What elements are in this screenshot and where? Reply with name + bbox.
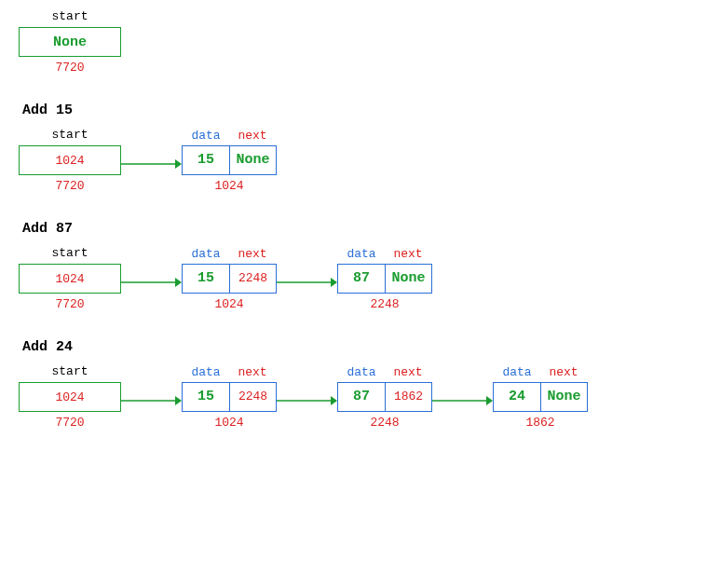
- data-label: data: [183, 129, 229, 143]
- next-label: next: [229, 247, 276, 261]
- start-value: 1024: [55, 272, 84, 286]
- start-pointer: start10247720: [19, 364, 121, 430]
- start-box: 1024: [19, 382, 121, 412]
- pointer-arrow-icon: [121, 275, 182, 290]
- node-next-value: None: [540, 383, 587, 411]
- start-address: 7720: [55, 297, 84, 311]
- start-label: start: [51, 9, 88, 23]
- start-box: None: [19, 27, 121, 57]
- list-node: datanext87None2248: [337, 247, 432, 311]
- node-next-value: None: [229, 146, 276, 174]
- step-heading: Add 15: [22, 103, 702, 118]
- node-box: 152248: [182, 382, 277, 412]
- node-next-value: 2248: [229, 383, 276, 411]
- node-box: 152248: [182, 264, 277, 294]
- list-row: start10247720datanext1522481024datanext8…: [19, 246, 702, 311]
- list-node: datanext15None1024: [182, 129, 277, 193]
- node-box: 871862: [337, 382, 432, 412]
- step-heading: Add 87: [22, 221, 702, 237]
- next-label: next: [385, 365, 431, 379]
- pointer-arrow-icon: [277, 393, 337, 408]
- node-box: 24None: [493, 382, 588, 412]
- node-next-value: 1862: [385, 383, 431, 411]
- list-node: datanext24None1862: [493, 365, 588, 430]
- node-data-value: 87: [338, 265, 385, 293]
- node-address: 2248: [370, 297, 399, 311]
- list-node: datanext1522481024: [182, 365, 277, 430]
- list-row: start10247720datanext15None1024: [19, 128, 702, 193]
- list-node: datanext1522481024: [182, 247, 277, 311]
- node-address: 2248: [370, 416, 399, 430]
- start-box: 1024: [19, 264, 121, 294]
- next-label: next: [229, 365, 276, 379]
- linked-list-step: Add 87start10247720datanext1522481024dat…: [19, 221, 702, 311]
- start-address: 7720: [55, 179, 84, 193]
- pointer-arrow-icon: [277, 275, 337, 290]
- node-address: 1024: [214, 416, 243, 430]
- start-address: 7720: [55, 61, 84, 75]
- node-next-value: None: [385, 265, 431, 293]
- svg-marker-11: [486, 396, 493, 405]
- start-pointer: start10247720: [19, 128, 121, 193]
- list-row: startNone7720: [19, 9, 702, 75]
- start-label: start: [51, 128, 88, 142]
- node-data-value: 24: [494, 383, 540, 411]
- linked-list-step: Add 24start10247720datanext1522481024dat…: [19, 339, 702, 430]
- node-data-value: 15: [183, 383, 229, 411]
- node-data-value: 15: [183, 265, 229, 293]
- node-next-value: 2248: [229, 265, 276, 293]
- svg-marker-9: [331, 396, 337, 405]
- list-row: start10247720datanext1522481024datanext8…: [19, 364, 702, 430]
- linked-list-step: Add 15start10247720datanext15None1024: [19, 103, 702, 193]
- start-value: 1024: [55, 154, 84, 168]
- pointer-arrow-icon: [121, 157, 182, 171]
- linked-list-step: startNone7720: [19, 9, 702, 75]
- node-address: 1024: [214, 297, 243, 311]
- svg-marker-5: [331, 278, 337, 287]
- start-box: 1024: [19, 145, 121, 175]
- node-box: 87None: [337, 264, 432, 294]
- svg-marker-1: [175, 159, 182, 169]
- data-label: data: [338, 247, 385, 261]
- svg-marker-3: [175, 278, 182, 287]
- node-data-value: 87: [338, 383, 385, 411]
- next-label: next: [385, 247, 431, 261]
- start-value: 1024: [55, 390, 84, 404]
- start-address: 7720: [55, 416, 84, 430]
- start-pointer: startNone7720: [19, 9, 121, 75]
- start-label: start: [51, 246, 88, 260]
- data-label: data: [338, 365, 385, 379]
- data-label: data: [183, 247, 229, 261]
- pointer-arrow-icon: [121, 393, 182, 408]
- start-label: start: [51, 364, 88, 378]
- start-value: None: [53, 34, 87, 50]
- data-label: data: [494, 365, 540, 379]
- node-address: 1024: [214, 179, 243, 193]
- pointer-arrow-icon: [432, 393, 493, 408]
- start-pointer: start10247720: [19, 246, 121, 311]
- step-heading: Add 24: [22, 339, 702, 355]
- list-node: datanext8718622248: [337, 365, 432, 430]
- next-label: next: [229, 129, 276, 143]
- node-box: 15None: [182, 145, 277, 175]
- node-data-value: 15: [183, 146, 229, 174]
- svg-marker-7: [175, 396, 182, 405]
- next-label: next: [540, 365, 587, 379]
- node-address: 1862: [525, 416, 554, 430]
- data-label: data: [183, 365, 229, 379]
